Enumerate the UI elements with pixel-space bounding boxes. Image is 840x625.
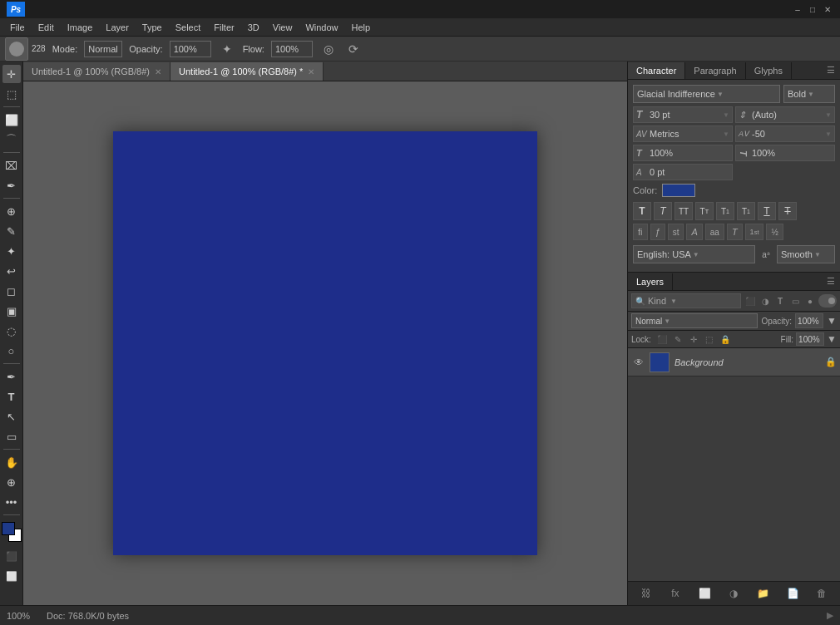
ot-oldstyle-btn[interactable]: st	[668, 224, 684, 240]
filter-pixel-icon[interactable]: ⬛	[744, 294, 757, 308]
pressure-icon[interactable]: ◎	[319, 40, 338, 58]
language-select[interactable]: English: USA ▼	[633, 245, 755, 263]
brush-tool[interactable]: ✎	[2, 222, 21, 240]
lasso-tool[interactable]: ⌒	[2, 130, 21, 149]
artboard-tool[interactable]: ⬚	[2, 85, 21, 103]
lock-position-btn[interactable]: ✛	[687, 332, 700, 346]
font-style-select[interactable]: Bold ▼	[783, 85, 835, 103]
ot-swash-btn[interactable]: T	[727, 224, 743, 240]
mode-select[interactable]: Normal	[84, 41, 122, 57]
layer-visibility-eye[interactable]: 👁	[631, 355, 646, 370]
eraser-tool[interactable]: ◻	[2, 282, 21, 300]
filter-adjustment-icon[interactable]: ◑	[758, 294, 772, 308]
delete-layer-btn[interactable]: 🗑	[813, 585, 830, 602]
smoothing-icon[interactable]: ⟳	[344, 40, 363, 58]
foreground-color-swatch[interactable]	[2, 522, 15, 535]
type-tool[interactable]: T	[2, 387, 21, 406]
antialiasing-select[interactable]: Smooth ▼	[777, 245, 835, 263]
status-arrow[interactable]: ▶	[827, 610, 833, 621]
filter-smart-icon[interactable]: ●	[803, 294, 817, 308]
tab-paragraph[interactable]: Paragraph	[685, 62, 745, 79]
tracking-cell[interactable]: AⅤ -50 ▼	[735, 125, 835, 142]
zoom-tool[interactable]: ⊕	[2, 473, 21, 491]
opacity-input[interactable]	[795, 313, 823, 328]
gradient-tool[interactable]: ▣	[2, 302, 21, 320]
fill-input[interactable]	[796, 332, 824, 346]
screen-mode-tool[interactable]: ⬜	[2, 567, 21, 585]
tab-glyphs[interactable]: Glyphs	[746, 62, 792, 79]
opacity-input[interactable]	[170, 41, 211, 57]
close-button[interactable]: ✕	[822, 3, 833, 15]
typo-smallcaps-btn[interactable]: TT	[695, 202, 714, 220]
menu-view[interactable]: View	[266, 21, 299, 34]
lock-artboard-btn[interactable]: ⬚	[703, 332, 716, 346]
menu-image[interactable]: Image	[61, 21, 100, 34]
filter-toggle[interactable]	[818, 294, 837, 308]
move-tool[interactable]: ✛	[2, 65, 21, 83]
ot-ligatures-btn[interactable]: fi	[633, 224, 648, 240]
eyedropper-tool[interactable]: ✒	[2, 176, 21, 194]
ot-superscript-btn[interactable]: 1st	[745, 224, 764, 240]
menu-select[interactable]: Select	[169, 21, 208, 34]
ot-stylistic-btn[interactable]: A	[686, 224, 702, 240]
lock-image-btn[interactable]: ✎	[671, 332, 684, 346]
layers-tab[interactable]: Layers	[628, 273, 673, 290]
canvas-tab-2[interactable]: Untitled-1 @ 100% (RGB/8#) * ✕	[170, 62, 324, 81]
lock-all-btn[interactable]: 🔒	[719, 332, 732, 346]
hand-tool[interactable]: ✋	[2, 453, 21, 471]
flow-input[interactable]	[271, 41, 313, 57]
menu-edit[interactable]: Edit	[32, 21, 61, 34]
typo-allcaps-btn[interactable]: TT	[674, 202, 693, 220]
tab-character[interactable]: Character	[628, 62, 685, 79]
filter-type-icon[interactable]: T	[773, 294, 787, 308]
leading-cell[interactable]: ⇕ (Auto) ▼	[735, 106, 835, 123]
kerning-cell[interactable]: AV Metrics ▼	[633, 125, 733, 142]
opacity-stepper[interactable]: ▼	[827, 315, 837, 327]
typo-strikethrough-btn[interactable]: T	[778, 202, 797, 220]
menu-filter[interactable]: Filter	[207, 21, 240, 34]
ot-ordinal-btn[interactable]: aa	[705, 224, 724, 240]
typo-subscript-btn[interactable]: T1	[737, 202, 755, 220]
blend-mode-select[interactable]: Normal ▼	[631, 313, 758, 328]
hscale-cell[interactable]: T 100%	[633, 145, 733, 161]
history-brush-tool[interactable]: ↩	[2, 262, 21, 280]
maximize-button[interactable]: □	[807, 3, 818, 15]
character-panel-menu[interactable]: ☰	[822, 62, 840, 79]
font-family-select[interactable]: Glacial Indifference ▼	[633, 85, 780, 103]
menu-help[interactable]: Help	[345, 21, 378, 34]
add-adjustment-btn[interactable]: ◑	[725, 585, 742, 602]
text-color-swatch[interactable]	[662, 184, 695, 197]
typo-italic-btn[interactable]: T	[654, 202, 672, 220]
lock-pixels-btn[interactable]: ⬛	[655, 332, 669, 346]
menu-file[interactable]: File	[3, 21, 32, 34]
menu-3d[interactable]: 3D	[241, 21, 266, 34]
typo-underline-btn[interactable]: T	[758, 202, 776, 220]
dodge-tool[interactable]: ○	[2, 342, 21, 360]
ot-discretionary-btn[interactable]: ƒ	[650, 224, 665, 240]
more-tools[interactable]: •••	[2, 493, 21, 511]
menu-layer[interactable]: Layer	[99, 21, 136, 34]
crop-tool[interactable]: ⌧	[2, 156, 21, 175]
menu-window[interactable]: Window	[299, 21, 344, 34]
marquee-tool[interactable]: ⬜	[2, 111, 21, 129]
add-mask-btn[interactable]: ⬜	[696, 585, 713, 602]
add-layer-style-btn[interactable]: fx	[667, 585, 684, 602]
layers-search-container[interactable]: 🔍 Kind ▼	[631, 293, 741, 308]
filter-shape-icon[interactable]: ▭	[788, 294, 802, 308]
canvas-tab-1-close[interactable]: ✕	[155, 67, 161, 76]
typo-bold-btn[interactable]: T	[633, 202, 651, 220]
healing-tool[interactable]: ⊕	[2, 202, 21, 220]
shape-tool[interactable]: ▭	[2, 427, 21, 445]
blur-tool[interactable]: ◌	[2, 322, 21, 340]
color-swatches[interactable]	[2, 522, 22, 542]
minimize-button[interactable]: –	[792, 3, 803, 15]
fill-stepper[interactable]: ▼	[827, 333, 837, 345]
clone-tool[interactable]: ✦	[2, 242, 21, 260]
new-layer-btn[interactable]: 📄	[784, 585, 801, 602]
title-bar-controls[interactable]: – □ ✕	[792, 3, 833, 15]
airbrush-icon[interactable]: ✦	[218, 40, 236, 58]
canvas-tab-1[interactable]: Untitled-1 @ 100% (RGB/8#) ✕	[23, 62, 170, 81]
link-layers-btn[interactable]: ⛓	[638, 585, 655, 602]
brush-preview[interactable]	[5, 37, 28, 61]
layers-menu-button[interactable]: ☰	[822, 273, 840, 290]
